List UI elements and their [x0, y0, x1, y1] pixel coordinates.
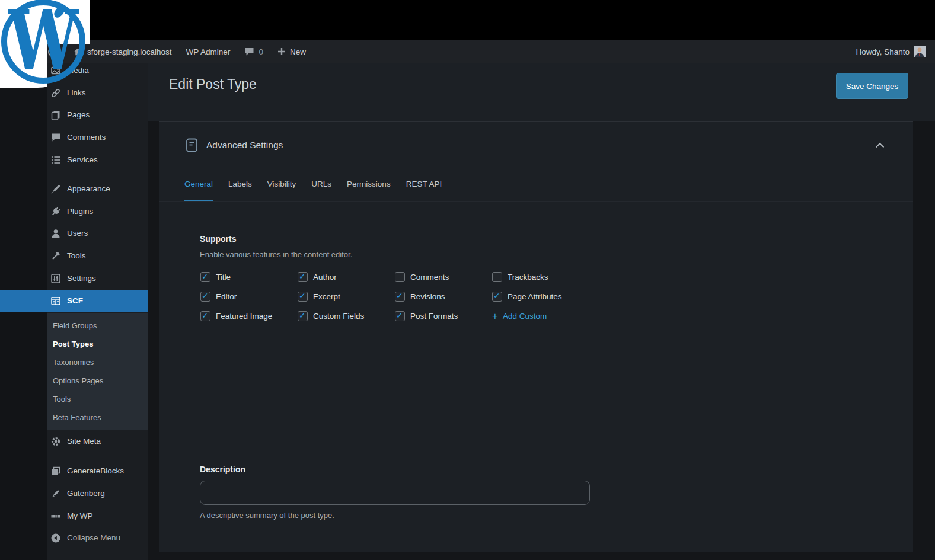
checkbox-custom-fields[interactable]	[298, 311, 308, 321]
admin-bar-comments[interactable]: 0	[244, 47, 263, 56]
sidebar-item-settings[interactable]: Settings	[0, 267, 148, 290]
submenu-item-taxonomies[interactable]: Taxonomies	[47, 353, 148, 372]
submenu-label: Beta Features	[53, 413, 101, 422]
sidebar-item-label: GenerateBlocks	[67, 460, 124, 482]
my-wp-icon	[50, 511, 61, 521]
checkbox-featured-image[interactable]	[200, 311, 210, 321]
panel-title: Advanced Settings	[206, 140, 283, 151]
sidebar-item-my-wp[interactable]: My WP	[0, 505, 148, 527]
appearance-icon	[50, 184, 61, 194]
support-trackbacks: Trackbacks	[492, 271, 548, 282]
add-custom-label: Add Custom	[503, 312, 547, 321]
tab-visibility[interactable]: Visibility	[267, 168, 296, 201]
sidebar-item-tools[interactable]: Tools	[0, 245, 148, 267]
wordpress-logo: W	[0, 0, 87, 87]
checkbox-title[interactable]	[200, 272, 210, 282]
sidebar-item-generateblocks[interactable]: GenerateBlocks	[0, 460, 148, 482]
submenu-label: Post Types	[53, 340, 93, 348]
submenu-label: Options Pages	[53, 376, 103, 385]
submenu-label: Field Groups	[53, 321, 97, 330]
tab-general[interactable]: General	[184, 168, 213, 201]
checkbox-label: Title	[216, 273, 231, 281]
supports-description: Enable various features in the content e…	[200, 250, 352, 259]
support-title: Title	[200, 271, 231, 282]
advanced-settings-panel: Advanced Settings General Labels Visibil…	[159, 121, 913, 552]
submenu-label: Tools	[53, 395, 71, 404]
sidebar-item-users[interactable]: Users	[0, 222, 148, 245]
sidebar-item-label: Pages	[67, 104, 90, 126]
scf-submenu: Field Groups Post Types Taxonomies Optio…	[47, 313, 148, 430]
settings-icon	[50, 273, 61, 284]
admin-bar-account[interactable]: Howdy, Shanto	[856, 46, 935, 57]
submenu-item-options-pages[interactable]: Options Pages	[47, 372, 148, 390]
sidebar-item-appearance[interactable]: Appearance	[0, 178, 148, 200]
submenu-item-field-groups[interactable]: Field Groups	[47, 316, 148, 335]
support-editor: Editor	[200, 291, 237, 302]
checkbox-trackbacks[interactable]	[492, 272, 502, 282]
checkbox-page-attributes[interactable]	[492, 292, 502, 302]
checkbox-revisions[interactable]	[395, 292, 405, 302]
tab-rest-api[interactable]: REST API	[406, 168, 442, 201]
add-custom-link[interactable]: + Add Custom	[492, 311, 547, 321]
gutenberg-icon	[50, 488, 61, 499]
support-featured-image: Featured Image	[200, 311, 272, 321]
tab-permissions[interactable]: Permissions	[347, 168, 391, 201]
services-icon	[50, 155, 61, 165]
generateblocks-icon	[50, 466, 61, 476]
wp-adminer-label: WP Adminer	[186, 47, 231, 56]
sidebar-item-label: Users	[67, 222, 88, 245]
sidebar-item-gutenberg[interactable]: Gutenberg	[0, 482, 148, 505]
admin-bar-new[interactable]: New	[277, 47, 306, 56]
avatar	[914, 46, 926, 57]
svg-text:W: W	[7, 0, 79, 87]
submenu-label: Taxonomies	[53, 358, 94, 367]
sidebar-item-label: Settings	[67, 267, 96, 290]
supports-heading: Supports	[200, 234, 236, 244]
save-changes-button[interactable]: Save Changes	[836, 73, 908, 99]
checkbox-comments[interactable]	[395, 272, 405, 282]
submenu-item-tools[interactable]: Tools	[47, 390, 148, 408]
content-header: Edit Post Type Save Changes	[148, 63, 935, 121]
support-author: Author	[298, 271, 337, 282]
section-divider	[200, 551, 883, 551]
sidebar-item-label: Site Meta	[67, 430, 101, 453]
checkbox-label: Editor	[216, 292, 237, 301]
sidebar-item-plugins[interactable]: Plugins	[0, 200, 148, 223]
sidebar-item-scf[interactable]: SCF	[0, 290, 148, 312]
checkbox-label: Post Formats	[410, 312, 458, 321]
submenu-item-beta-features[interactable]: Beta Features	[47, 408, 148, 427]
checkbox-author[interactable]	[298, 272, 308, 282]
checkbox-editor[interactable]	[200, 292, 210, 302]
sidebar-item-services[interactable]: Services	[0, 149, 148, 171]
checkbox-post-formats[interactable]	[395, 311, 405, 321]
sidebar-item-collapse-menu[interactable]: Collapse Menu	[0, 527, 148, 549]
panel-header[interactable]: Advanced Settings	[159, 122, 913, 168]
admin-bar-site-name[interactable]: sforge-staging.localhost	[73, 47, 172, 57]
checkbox-excerpt[interactable]	[298, 292, 308, 302]
checkbox-label: Trackbacks	[508, 273, 548, 281]
sidebar-item-pages[interactable]: Pages	[0, 104, 148, 126]
chevron-up-icon[interactable]	[875, 142, 885, 148]
top-black-strip	[0, 0, 935, 40]
support-page-attributes: Page Attributes	[492, 291, 562, 302]
sidebar-item-site-meta[interactable]: Site Meta	[0, 430, 148, 453]
description-input[interactable]	[200, 481, 590, 505]
comments-icon	[50, 132, 61, 143]
pages-icon	[50, 110, 61, 120]
description-label: Description	[200, 465, 245, 474]
tab-urls[interactable]: URLs	[311, 168, 331, 201]
submenu-item-post-types[interactable]: Post Types	[47, 335, 148, 353]
sidebar-item-label: Comments	[67, 126, 106, 149]
sidebar-item-comments[interactable]: Comments	[0, 126, 148, 149]
plus-icon: +	[492, 311, 498, 321]
users-icon	[50, 228, 61, 239]
sidebar-item-label: Tools	[67, 245, 86, 267]
site-meta-icon	[50, 436, 61, 447]
comments-count: 0	[259, 47, 263, 56]
tab-labels[interactable]: Labels	[228, 168, 252, 201]
support-excerpt: Excerpt	[298, 291, 340, 302]
admin-bar-wp-adminer[interactable]: WP Adminer	[186, 47, 231, 56]
scf-icon	[50, 296, 61, 306]
sidebar-item-label: SCF	[67, 290, 83, 312]
checkbox-label: Revisions	[410, 292, 445, 301]
